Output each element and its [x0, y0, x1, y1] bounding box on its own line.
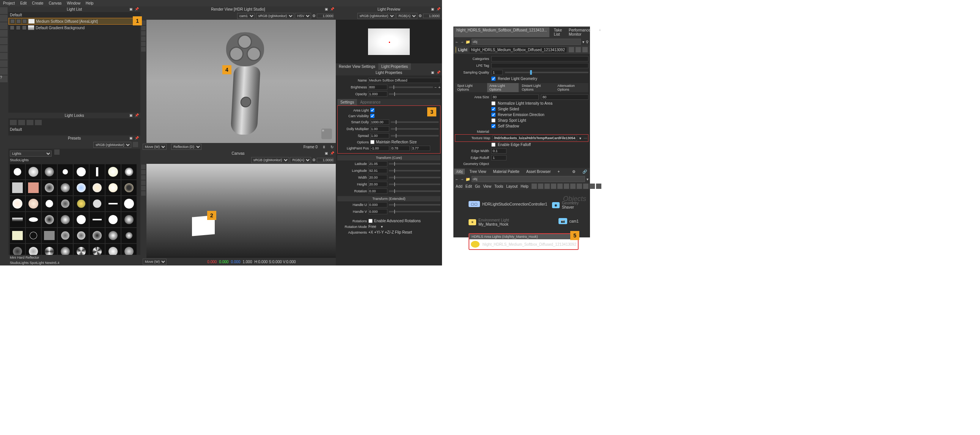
colorspace-dropdown[interactable]: sRGB (rgbMonitor)	[256, 13, 294, 19]
toolbar-icon[interactable]	[551, 184, 556, 189]
preset-item[interactable]	[58, 196, 73, 211]
preset-item[interactable]	[58, 164, 73, 179]
preset-item[interactable]	[58, 244, 73, 255]
tab-render-settings[interactable]: Render View Settings	[336, 64, 378, 70]
add-tab-icon[interactable]: +	[555, 169, 562, 175]
move-mode-dropdown[interactable]: Move (W)	[143, 144, 167, 150]
preset-item[interactable]	[105, 212, 121, 227]
tab-treeview[interactable]: Tree View	[467, 169, 488, 175]
aperture-icon[interactable]: ⚙	[312, 158, 316, 162]
tab-settings[interactable]: Settings	[337, 99, 357, 105]
aperture-icon[interactable]: ⚙	[418, 14, 422, 18]
toolbar-icon[interactable]	[596, 184, 601, 189]
solo-toggle-icon[interactable]	[16, 25, 21, 30]
preview-colormode-dropdown[interactable]: RGB(A)	[396, 13, 417, 19]
height-input[interactable]	[368, 182, 387, 187]
rotate-icon[interactable]	[141, 37, 146, 41]
nav-path-input[interactable]	[472, 39, 581, 45]
preset-item[interactable]	[10, 196, 25, 211]
cursor-icon[interactable]	[141, 170, 146, 175]
categories-input[interactable]	[491, 56, 589, 62]
smart-dolly-slider[interactable]	[391, 121, 439, 123]
visibility-toggle-icon[interactable]	[10, 19, 15, 24]
gear-icon[interactable]: ⚙	[570, 169, 578, 175]
tool-cursor-icon[interactable]	[0, 7, 8, 14]
fit-icon[interactable]	[141, 42, 146, 46]
preset-item[interactable]	[26, 212, 41, 227]
maximize-icon[interactable]: ▣	[431, 7, 434, 11]
edge-falloff-checkbox[interactable]	[491, 143, 495, 147]
fit-icon[interactable]	[141, 191, 146, 196]
nav-fwd-icon[interactable]: →	[460, 177, 464, 181]
light-list-item[interactable]: Default Gradient Background	[8, 25, 140, 31]
preset-item[interactable]	[10, 180, 25, 195]
preset-item[interactable]	[73, 212, 89, 227]
light-list-item[interactable]: Medium Softbox Diffused [AreaLight]	[8, 18, 140, 25]
canvas-colormode-dropdown[interactable]: RGB(A)	[290, 157, 311, 163]
exposure-input[interactable]	[317, 14, 334, 18]
colormode-dropdown[interactable]: HSV	[295, 13, 311, 19]
preset-item[interactable]	[89, 164, 105, 179]
help-icon[interactable]	[576, 47, 581, 52]
preset-item[interactable]	[73, 228, 89, 243]
tool-blocker-icon[interactable]	[0, 60, 8, 67]
toolbar-icon[interactable]	[564, 184, 569, 189]
preset-item[interactable]	[26, 196, 41, 211]
area-size-1-input[interactable]	[491, 94, 539, 100]
preset-item[interactable]	[89, 212, 105, 227]
spread-input[interactable]	[370, 133, 389, 138]
tab-attenuation[interactable]: Attenuation Options	[555, 83, 589, 92]
preset-item[interactable]	[42, 164, 57, 179]
pin-icon[interactable]: 📌	[436, 7, 441, 11]
preset-item[interactable]	[10, 244, 25, 255]
render-geo-checkbox[interactable]	[491, 76, 495, 81]
toolbar-icon[interactable]	[544, 184, 550, 189]
tab-matpalette[interactable]: Material Palette	[491, 169, 522, 175]
subnet-header[interactable]: HDRLS Area Lights (/obj/My_Mantra_Hook)	[469, 234, 578, 239]
preset-item[interactable]	[105, 228, 121, 243]
area-light-checkbox[interactable]	[370, 108, 374, 112]
camera-dropdown[interactable]: cam1	[237, 13, 255, 19]
menu-window[interactable]: Window	[67, 1, 80, 5]
preset-item[interactable]	[26, 228, 41, 243]
preset-item[interactable]	[58, 228, 73, 243]
sun-time-icon[interactable]: ☀	[321, 129, 332, 139]
menu-edit[interactable]: Edit	[466, 184, 472, 189]
self-shadow-checkbox[interactable]	[491, 124, 495, 128]
visibility-toggle-icon[interactable]	[10, 25, 14, 30]
pan-icon[interactable]	[141, 165, 146, 169]
chevron-down-icon[interactable]: ▾	[582, 40, 584, 44]
lpp-z-input[interactable]	[411, 146, 430, 151]
nav-fwd-icon[interactable]: →	[460, 40, 464, 44]
dolly-mult-input[interactable]	[370, 126, 389, 132]
node-hook[interactable]: ☀	[469, 219, 476, 225]
subnet-node-label[interactable]: hlight_HDRLS_Medium_Softbox_Diffused_121…	[483, 242, 576, 246]
node-shaver[interactable]: ◉	[552, 202, 560, 208]
preset-item[interactable]	[105, 164, 121, 179]
tab-obj[interactable]: /obj	[454, 169, 465, 175]
delete-look-icon[interactable]	[35, 120, 42, 125]
area-size-2-input[interactable]	[541, 94, 589, 100]
scale-icon[interactable]	[141, 186, 146, 191]
folder-icon[interactable]: 📁	[466, 40, 470, 44]
handle-v-slider[interactable]	[389, 211, 441, 213]
handle-u-input[interactable]	[368, 202, 387, 208]
pin-icon[interactable]: 📌	[330, 7, 334, 11]
preset-item[interactable]	[121, 180, 137, 195]
handle-u-slider[interactable]	[389, 204, 441, 206]
menu-project[interactable]: Project	[3, 1, 15, 5]
node-controller[interactable]: ▢▢	[469, 201, 480, 207]
nav-back-icon[interactable]: ←	[455, 177, 459, 181]
latitude-input[interactable]	[368, 161, 387, 167]
presets-grid[interactable]	[8, 163, 140, 255]
cursor-icon[interactable]	[141, 26, 146, 30]
add-look-icon[interactable]	[10, 120, 17, 125]
preset-item[interactable]	[26, 180, 41, 195]
maximize-icon[interactable]: ▣	[431, 71, 434, 74]
preset-item[interactable]	[89, 196, 105, 211]
menu-layout[interactable]: Layout	[506, 184, 517, 189]
chevron-down-icon[interactable]: ▾	[579, 136, 581, 140]
preset-item[interactable]	[121, 196, 137, 211]
preset-item[interactable]	[10, 228, 25, 243]
preset-item[interactable]	[73, 164, 89, 179]
